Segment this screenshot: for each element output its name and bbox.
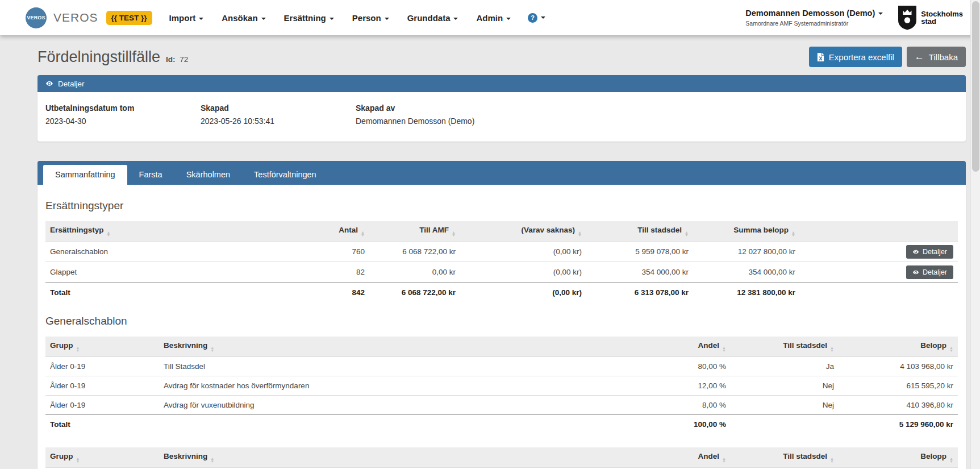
- column-header-till-amf[interactable]: Till AMF▲▼: [369, 221, 460, 242]
- top-navbar: VEROS VEROS {{ TEST }} Import Ansökan Er…: [0, 0, 980, 35]
- sort-icon: ▲▼: [949, 457, 953, 463]
- question-icon: ?: [528, 13, 537, 23]
- menu-item-ersattning[interactable]: Ersättning: [284, 13, 334, 23]
- export-excel-button[interactable]: Exportera excelfil: [809, 47, 902, 67]
- field-utbetalningsdatum: Utbetalningsdatum tom 2023-04-30: [45, 103, 201, 126]
- page-title: FördelningstillfälleId: 72: [37, 48, 188, 66]
- table-row-totalt: Totalt 100,00 % 5 129 960,00 kr: [45, 415, 958, 434]
- sort-icon: ▲▼: [722, 457, 726, 463]
- menu-item-import[interactable]: Import: [169, 13, 204, 23]
- scrollbar-thumb[interactable]: [972, 1, 979, 172]
- menu-item-grunddata[interactable]: Grunddata: [407, 13, 458, 23]
- sort-icon: ▲▼: [830, 346, 834, 352]
- vertical-scrollbar[interactable]: [970, 0, 980, 469]
- sort-icon: ▲▼: [791, 231, 795, 236]
- caret-down-icon: [453, 18, 458, 20]
- sort-icon: ▲▼: [949, 346, 953, 352]
- caret-down-icon: [385, 18, 389, 20]
- table-row: Ålder 0-19 Avdrag för vuxenutbildning 8,…: [45, 396, 958, 415]
- caret-down-icon: [199, 18, 203, 20]
- generalschablon-table-alder-20-64: Grupp▲▼ Beskrivning▲▼ Andel▲▼ Till stads…: [45, 447, 958, 469]
- shield-icon: [898, 5, 917, 30]
- field-skapad: Skapad 2023-05-26 10:53:41: [201, 103, 356, 126]
- table-row: Ålder 0-19 Till Stadsdel 80,00 % Ja 4 10…: [45, 357, 958, 376]
- brand-name[interactable]: VEROS: [53, 11, 98, 24]
- sort-icon: ▲▼: [76, 346, 80, 352]
- back-button[interactable]: Tillbaka: [907, 47, 966, 67]
- column-header-belopp[interactable]: Belopp▲▼: [839, 337, 958, 357]
- details-panel-header: Detaljer: [37, 75, 966, 92]
- sort-icon: ▲▼: [830, 457, 834, 463]
- tab-skarholmen[interactable]: Skärholmen: [174, 165, 242, 185]
- stockholms-stad-logo: Stockholms stad: [898, 5, 963, 30]
- eye-icon: [912, 269, 919, 276]
- menu-item-ansokan[interactable]: Ansökan: [222, 13, 265, 23]
- detaljer-button[interactable]: Detaljer: [906, 265, 953, 279]
- table-row-generalschablon: Generalschablon 760 6 068 722,00 kr (0,0…: [45, 242, 958, 262]
- column-header-grupp[interactable]: Grupp▲▼: [45, 447, 159, 468]
- menu-item-person[interactable]: Person: [352, 13, 389, 23]
- menu-item-admin[interactable]: Admin: [476, 13, 511, 23]
- test-environment-badge: {{ TEST }}: [106, 11, 152, 25]
- column-header-varav-saknas[interactable]: (Varav saknas)▲▼: [460, 221, 586, 242]
- column-header-grupp[interactable]: Grupp▲▼: [45, 337, 159, 357]
- generalschablon-table-alder-0-19: Grupp▲▼ Beskrivning▲▼ Andel▲▼ Till stads…: [45, 337, 958, 434]
- eye-icon: [45, 80, 53, 88]
- caret-down-icon: [261, 18, 266, 20]
- section-heading-generalschablon: Generalschablon: [45, 315, 958, 327]
- org-name-line2: stad: [921, 18, 963, 25]
- column-header-till-stadsdel[interactable]: Till stadsdel▲▼: [731, 337, 839, 357]
- user-menu[interactable]: Demomannen Demosson (Demo): [745, 9, 883, 18]
- field-skapad-av: Skapad av Demomannen Demosson (Demo): [356, 103, 474, 126]
- file-excel-icon: [817, 53, 824, 61]
- main-content: FördelningstillfälleId: 72 Exportera exc…: [37, 47, 966, 469]
- summary-tab-panel: Sammanfattning Farsta Skärholmen Testför…: [37, 161, 966, 469]
- sort-icon: ▲▼: [722, 346, 726, 352]
- tab-testforvaltningen[interactable]: Testförvaltningen: [242, 165, 328, 185]
- column-header-antal[interactable]: Antal▲▼: [301, 221, 369, 242]
- tab-sammanfattning[interactable]: Sammanfattning: [43, 165, 127, 185]
- sort-icon: ▲▼: [76, 457, 80, 463]
- sort-icon: ▲▼: [361, 231, 365, 236]
- sort-icon: ▲▼: [578, 231, 582, 236]
- sort-icon: ▲▼: [685, 231, 689, 236]
- column-header-belopp[interactable]: Belopp▲▼: [839, 447, 958, 468]
- main-menu: Import Ansökan Ersättning Person Grundda…: [169, 13, 511, 23]
- sort-icon: ▲▼: [210, 346, 214, 352]
- caret-down-icon: [541, 16, 545, 19]
- details-panel: Detaljer Utbetalningsdatum tom 2023-04-3…: [37, 75, 966, 142]
- veros-logo-text: VEROS: [27, 15, 45, 20]
- column-header-ersattningstyp[interactable]: Ersättningstyp▲▼: [45, 221, 301, 242]
- sort-icon: ▲▼: [452, 231, 456, 236]
- table-row: Ålder 0-19 Avdrag för kostnader hos över…: [45, 376, 958, 396]
- sort-icon: ▲▼: [210, 457, 214, 463]
- tab-bar: Sammanfattning Farsta Skärholmen Testför…: [37, 161, 966, 185]
- sort-icon: ▲▼: [107, 231, 111, 236]
- column-header-beskrivning[interactable]: Beskrivning▲▼: [159, 447, 631, 468]
- caret-down-icon: [878, 13, 883, 15]
- column-header-andel[interactable]: Andel▲▼: [631, 447, 731, 468]
- caret-down-icon: [330, 18, 334, 20]
- id-label: Id:: [166, 55, 176, 64]
- column-header-till-stadsdel[interactable]: Till stadsdel▲▼: [586, 221, 693, 242]
- id-value: 72: [180, 55, 188, 64]
- tab-farsta[interactable]: Farsta: [127, 165, 174, 185]
- column-header-actions: [800, 221, 958, 242]
- help-menu[interactable]: ?: [528, 13, 545, 23]
- ersattningstyper-table: Ersättningstyp▲▼ Antal▲▼ Till AMF▲▼ (Var…: [45, 221, 958, 302]
- veros-logo-icon[interactable]: VEROS: [26, 7, 47, 28]
- section-heading-ersattningstyper: Ersättningstyper: [45, 200, 958, 212]
- table-row-totalt: Totalt 842 6 068 722,00 kr (0,00 kr) 6 3…: [45, 283, 958, 303]
- arrow-left-icon: [915, 51, 924, 63]
- caret-down-icon: [506, 18, 511, 20]
- column-header-beskrivning[interactable]: Beskrivning▲▼: [159, 337, 631, 357]
- user-role: Samordnare AMF Systemadministratör: [745, 20, 883, 27]
- column-header-andel[interactable]: Andel▲▼: [631, 337, 731, 357]
- column-header-till-stadsdel[interactable]: Till stadsdel▲▼: [731, 447, 839, 468]
- eye-icon: [912, 248, 919, 255]
- table-row-glappet: Glappet 82 0,00 kr (0,00 kr) 354 000,00 …: [45, 262, 958, 283]
- detaljer-button[interactable]: Detaljer: [906, 245, 953, 259]
- column-header-summa-belopp[interactable]: Summa belopp▲▼: [693, 221, 800, 242]
